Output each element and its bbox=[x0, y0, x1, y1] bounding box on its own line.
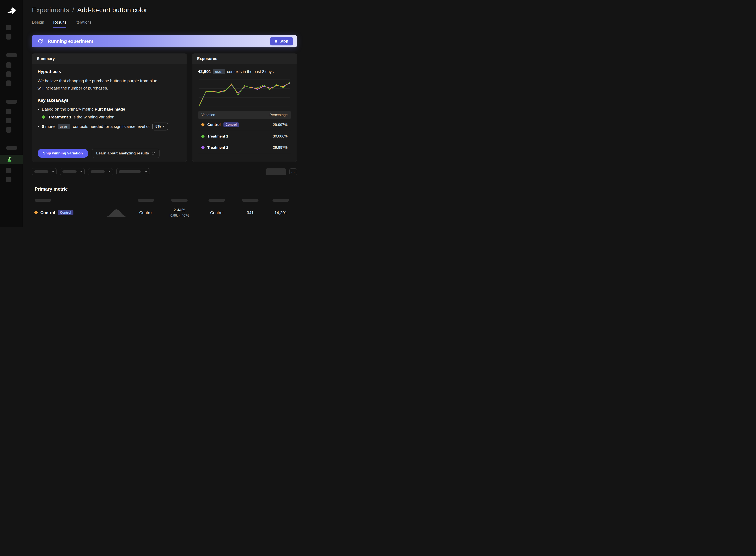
nav-item-placeholder[interactable] bbox=[6, 80, 11, 86]
winning-variation-line: Treatment 1 is the winning variation. bbox=[38, 115, 181, 119]
nav-item-placeholder[interactable] bbox=[6, 34, 11, 39]
metric-table-header bbox=[35, 199, 297, 202]
context-kind-badge: user bbox=[58, 124, 70, 129]
nav-item-placeholder[interactable] bbox=[6, 25, 11, 30]
hypothesis-heading: Hypothesis bbox=[38, 69, 181, 74]
hypothesis-text: We believe that changing the purchase bu… bbox=[38, 77, 162, 92]
nav-item-placeholder[interactable] bbox=[6, 109, 11, 114]
column-header-placeholder bbox=[138, 199, 154, 202]
toolbar-button-placeholder[interactable] bbox=[266, 168, 286, 175]
contexts-needed-count: 0 bbox=[42, 124, 44, 129]
external-link-icon bbox=[152, 151, 155, 155]
column-variation: Variation bbox=[201, 113, 215, 117]
breadcrumb-separator: / bbox=[72, 5, 74, 14]
learn-analyzing-results-button[interactable]: Learn about analyzing results bbox=[92, 149, 160, 158]
nav-item-placeholder[interactable] bbox=[6, 118, 11, 124]
breadcrumb-experiments-link[interactable]: Experiments bbox=[32, 5, 69, 14]
breadcrumb: Experiments / Add-to-cart button color bbox=[32, 5, 297, 14]
tab-iterations[interactable]: Iterations bbox=[75, 20, 92, 28]
chevron-down-icon bbox=[145, 171, 147, 172]
significance-level-select[interactable]: 5% bbox=[153, 123, 168, 131]
credible-interval: [0.98, 4.40]% bbox=[161, 214, 198, 218]
overflow-menu-button[interactable]: … bbox=[289, 168, 297, 175]
exposures-line-chart bbox=[198, 77, 291, 107]
takeaway-significance: 0 more user contexts needed for a signif… bbox=[38, 123, 181, 131]
banner-status-text: Running experiment bbox=[47, 39, 93, 44]
nav-section-placeholder bbox=[6, 53, 17, 57]
nav-section-placeholder bbox=[6, 100, 17, 104]
primary-metric-name: Purchase made bbox=[95, 107, 125, 111]
stop-icon bbox=[275, 40, 277, 42]
table-row-treatment2: Treatment 2 29.997% bbox=[198, 142, 291, 153]
column-header-placeholder bbox=[35, 199, 51, 202]
filter-bar: … bbox=[32, 168, 297, 175]
nav-section-placeholder bbox=[6, 146, 17, 150]
nav-item-placeholder[interactable] bbox=[6, 127, 11, 133]
cards-row: Summary Hypothesis We believe that chang… bbox=[32, 54, 297, 162]
column-percentage: Percentage bbox=[269, 113, 288, 117]
distribution-curve bbox=[104, 208, 128, 217]
metric-cell-count: 341 bbox=[235, 210, 265, 215]
filter-select[interactable] bbox=[32, 168, 57, 175]
context-kind-badge: user bbox=[213, 69, 225, 74]
treatment1-diamond-icon bbox=[201, 134, 205, 138]
running-experiment-banner: Running experiment Stop bbox=[32, 35, 297, 47]
summary-card: Summary Hypothesis We believe that chang… bbox=[32, 54, 187, 162]
tab-design[interactable]: Design bbox=[32, 20, 44, 28]
table-row-treatment1: Treatment 1 30.006% bbox=[198, 131, 291, 142]
exposures-count: 42,601 bbox=[198, 69, 211, 74]
summary-card-footer: Ship winning variation Learn about analy… bbox=[32, 145, 187, 162]
column-header-placeholder bbox=[171, 199, 188, 202]
ship-winning-variation-button[interactable]: Ship winning variation bbox=[38, 149, 88, 158]
page-title: Add-to-cart button color bbox=[77, 5, 147, 14]
exposures-count-line: 42,601 user contexts in the past 8 days bbox=[198, 69, 291, 74]
chart-gridlines bbox=[199, 80, 290, 106]
metric-table-row: Control Control Control 2.44% [0.98, 4.4… bbox=[35, 208, 297, 218]
primary-metric-heading: Primary metric bbox=[35, 186, 297, 192]
chevron-down-icon bbox=[52, 171, 54, 172]
column-header-placeholder bbox=[242, 199, 259, 202]
main-content: Experiments / Add-to-cart button color D… bbox=[23, 0, 309, 227]
column-header-placeholder bbox=[208, 199, 225, 202]
primary-metric-section: Primary metric Control Control bbox=[32, 186, 297, 218]
app-root: Experiments / Add-to-cart button color D… bbox=[0, 0, 309, 227]
launchdarkly-logo-icon[interactable] bbox=[5, 5, 17, 15]
takeaways-list: Based on the primary metric Purchase mad… bbox=[38, 107, 181, 131]
summary-card-header: Summary bbox=[32, 54, 187, 64]
nav-item-placeholder[interactable] bbox=[6, 168, 11, 173]
significance-level-value: 5% bbox=[155, 124, 161, 129]
filter-select[interactable] bbox=[117, 168, 150, 175]
takeaways-heading: Key takeaways bbox=[38, 98, 181, 103]
control-badge: Control bbox=[58, 210, 73, 215]
control-badge: Control bbox=[224, 122, 239, 127]
treatment1-diamond-icon bbox=[42, 115, 46, 119]
filter-select[interactable] bbox=[88, 168, 113, 175]
nav-item-placeholder[interactable] bbox=[6, 71, 11, 77]
metric-cell-exposures: 14,201 bbox=[265, 210, 296, 215]
chevron-down-icon bbox=[80, 171, 82, 172]
table-row-control: Control Control 29.997% bbox=[198, 119, 291, 131]
tab-results[interactable]: Results bbox=[53, 20, 66, 28]
exposures-table-header: Variation Percentage bbox=[198, 111, 291, 119]
exposures-card: Exposures 42,601 user contexts in the pa… bbox=[192, 54, 297, 162]
stop-button[interactable]: Stop bbox=[270, 37, 293, 45]
stop-button-label: Stop bbox=[280, 39, 288, 43]
nav-item-placeholder[interactable] bbox=[6, 62, 11, 68]
takeaway-primary-metric: Based on the primary metric Purchase mad… bbox=[38, 107, 181, 111]
treatment2-diamond-icon bbox=[201, 146, 205, 149]
chevron-down-icon bbox=[108, 171, 110, 172]
metric-cell-value: 2.44% [0.98, 4.40]% bbox=[161, 208, 198, 218]
exposures-card-header: Exposures bbox=[192, 54, 297, 64]
filter-select[interactable] bbox=[60, 168, 85, 175]
control-diamond-icon bbox=[34, 211, 38, 215]
sidebar bbox=[0, 0, 23, 227]
metric-cell-variation: Control bbox=[198, 210, 235, 215]
control-diamond-icon bbox=[201, 123, 205, 127]
variation-name: Control bbox=[40, 210, 55, 215]
chevron-down-icon bbox=[163, 126, 165, 127]
sidebar-item-experiments[interactable] bbox=[0, 154, 23, 164]
exposures-table: Variation Percentage Control Control 29.… bbox=[198, 111, 291, 153]
experiment-flask-icon bbox=[6, 156, 13, 163]
column-header-placeholder bbox=[272, 199, 289, 202]
nav-item-placeholder[interactable] bbox=[6, 177, 11, 182]
